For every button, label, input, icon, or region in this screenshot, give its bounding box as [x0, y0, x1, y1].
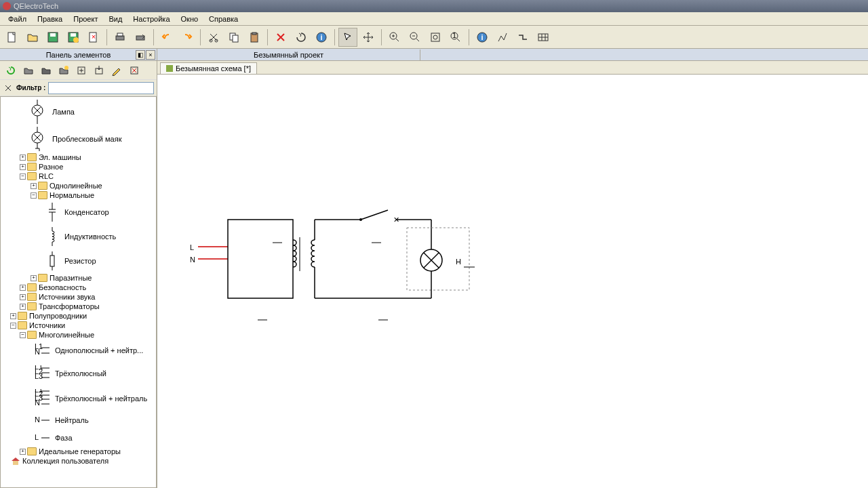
svg-text:L3: L3	[35, 372, 43, 380]
import-button[interactable]	[91, 62, 107, 79]
move-tool[interactable]	[359, 28, 378, 47]
expand-icon[interactable]: +	[31, 275, 37, 281]
redo-button[interactable]	[178, 28, 197, 47]
elements-tree[interactable]: Лампа Проблесковый маяк +Эл. машины +Раз…	[0, 96, 157, 488]
tree-item-el-machines[interactable]: +Эл. машины	[1, 152, 156, 162]
tree-item-parazit[interactable]: +Паразитные	[1, 273, 156, 283]
info-button[interactable]: i	[473, 28, 492, 47]
project-tabbar: Безымянный проект	[157, 49, 868, 61]
folder-icon	[27, 293, 37, 301]
open-category-button[interactable]	[38, 62, 54, 79]
copy-button[interactable]	[224, 28, 243, 47]
print-button[interactable]	[111, 28, 130, 47]
tree-item-ideal-gen[interactable]: +Идеальные генераторы	[1, 447, 156, 456]
schematic[interactable]: L N ✕	[157, 75, 632, 380]
label-L: L	[190, 243, 194, 251]
zoom-in-button[interactable]	[385, 28, 404, 47]
zoom-out-button[interactable]	[406, 28, 425, 47]
menu-settings[interactable]: Настройка	[127, 14, 175, 24]
zoom-reset-button[interactable]: 1	[446, 28, 465, 47]
canvas[interactable]: L N ✕	[157, 75, 868, 488]
undo-button[interactable]	[157, 28, 176, 47]
filter-input[interactable]	[48, 82, 154, 94]
save-as-button[interactable]	[64, 28, 83, 47]
filter-label: Фильтр :	[16, 84, 45, 92]
conductor-tool[interactable]	[493, 28, 512, 47]
zoom-fit-button[interactable]	[426, 28, 445, 47]
tree-item-trehpol[interactable]: L1L2L3 Трёхполюсный	[1, 361, 156, 386]
expand-icon[interactable]: +	[20, 164, 26, 170]
rotate-button[interactable]	[292, 28, 311, 47]
save-button[interactable]	[43, 28, 62, 47]
folder-icon	[38, 182, 47, 190]
project-tab[interactable]: Безымянный проект	[157, 49, 420, 60]
expand-icon[interactable]: +	[20, 449, 26, 455]
grid-tool[interactable]	[534, 28, 553, 47]
new-category-button[interactable]	[20, 62, 37, 79]
scheme-tab[interactable]: Безымянная схема [*]	[160, 62, 257, 74]
menu-view[interactable]: Вид	[103, 14, 127, 24]
panel-float-button[interactable]: ◧	[136, 50, 145, 60]
folder-icon	[27, 283, 37, 291]
tree-item-poluprov[interactable]: +Полупроводники	[1, 311, 156, 321]
paste-button[interactable]	[245, 28, 264, 47]
edit-element-button[interactable]	[108, 62, 125, 79]
tree-item-neutral[interactable]: N Нейтраль	[1, 411, 156, 429]
expand-icon[interactable]: −	[10, 323, 16, 329]
menu-file[interactable]: Файл	[3, 14, 32, 24]
expand-icon[interactable]: +	[20, 294, 26, 300]
tree-item-rlc[interactable]: −RLC	[1, 171, 156, 181]
tree-item-ist-zvuka[interactable]: +Источники звука	[1, 292, 156, 302]
tree-item-normal[interactable]: −Нормальные	[1, 190, 156, 200]
new-button[interactable]	[3, 28, 22, 47]
expand-icon[interactable]: +	[20, 155, 26, 161]
tree-item-odnolin[interactable]: +Однолинейные	[1, 181, 156, 190]
menu-help[interactable]: Справка	[203, 14, 243, 24]
tree-item-raznoe[interactable]: +Разное	[1, 162, 156, 171]
svg-rect-0	[8, 33, 15, 42]
expand-icon[interactable]: +	[10, 313, 16, 319]
menu-project[interactable]: Проект	[68, 14, 103, 24]
svg-text:i: i	[481, 33, 483, 41]
svg-text:N: N	[35, 348, 40, 356]
main-area: Безымянный проект Безымянная схема [*] L…	[157, 49, 868, 488]
menu-window[interactable]: Окно	[176, 14, 204, 24]
export-button[interactable]	[131, 28, 150, 47]
open-button[interactable]	[23, 28, 42, 47]
edit-category-button[interactable]	[56, 62, 72, 79]
menu-edit[interactable]: Правка	[32, 14, 68, 24]
expand-icon[interactable]: −	[20, 332, 26, 338]
close-button[interactable]: ×	[84, 28, 103, 47]
tree-item-indukt[interactable]: Индуктивность	[1, 224, 156, 249]
tree-item-trehpol-neutr[interactable]: L1L2L3N Трёхполюсный + нейтраль	[1, 386, 156, 411]
panel-close-button[interactable]: ×	[146, 50, 155, 60]
expand-icon[interactable]: −	[31, 192, 37, 199]
tree-item-odnopol-neutr[interactable]: L1N Однополюсный + нейтр...	[1, 340, 156, 361]
delete-button[interactable]	[271, 28, 290, 47]
tree-item-rezistor[interactable]: Резистор	[1, 249, 156, 273]
tree-item-istochniki[interactable]: −Источники	[1, 321, 156, 330]
svg-text:N: N	[35, 399, 40, 407]
filter-clear-button[interactable]	[3, 83, 14, 94]
tree-item-problesk[interactable]: Проблесковый маяк	[1, 125, 156, 152]
expand-icon[interactable]: +	[20, 304, 26, 310]
tree-item-transform[interactable]: +Трансформаторы	[1, 302, 156, 311]
expand-icon[interactable]: +	[31, 183, 37, 189]
tree-label: Проблесковый маяк	[52, 135, 121, 143]
tree-item-mnogolin[interactable]: −Многолинейные	[1, 330, 156, 340]
expand-icon[interactable]: +	[20, 285, 26, 291]
tree-item-user-coll[interactable]: Коллекция пользователя	[1, 456, 156, 466]
tree-item-lampa[interactable]: Лампа	[1, 98, 156, 125]
properties-button[interactable]: i	[312, 28, 331, 47]
scheme-tabbar: Безымянная схема [*]	[157, 61, 868, 75]
tree-item-faza[interactable]: L Фаза	[1, 429, 156, 447]
line-tool[interactable]	[513, 28, 532, 47]
select-tool[interactable]	[338, 28, 357, 47]
delete-element-button[interactable]	[126, 62, 142, 79]
tree-item-kondensator[interactable]: Конденсатор	[1, 200, 156, 224]
cut-button[interactable]	[204, 28, 223, 47]
expand-icon[interactable]: −	[20, 174, 26, 180]
new-element-button[interactable]	[73, 62, 90, 79]
tree-item-bezopas[interactable]: +Безопасность	[1, 283, 156, 292]
refresh-button[interactable]	[3, 62, 19, 79]
